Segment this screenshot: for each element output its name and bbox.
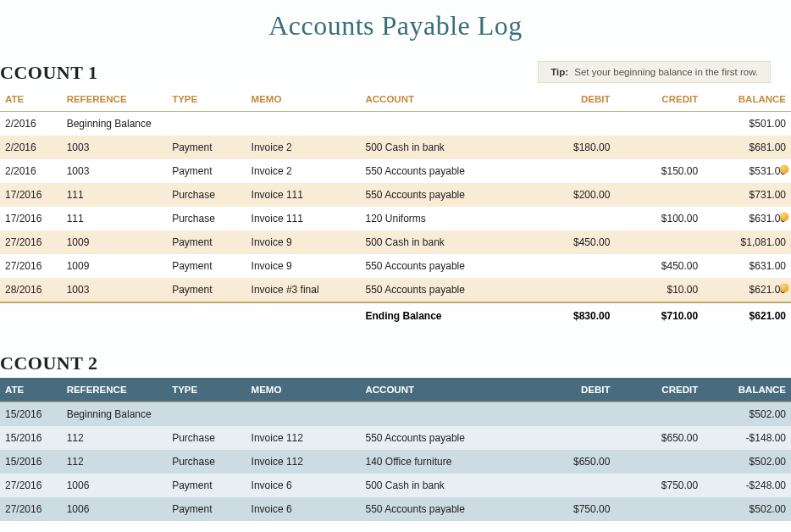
cell-balance[interactable]: $731.00: [703, 183, 791, 207]
cell-date[interactable]: 27/2016: [0, 497, 62, 521]
cell-credit[interactable]: $650.00: [615, 426, 703, 450]
cell-credit[interactable]: $450.00: [615, 254, 703, 278]
cell-memo[interactable]: Invoice #3 final: [246, 278, 361, 302]
cell-debit[interactable]: [528, 207, 616, 230]
col-credit[interactable]: CREDIT: [615, 378, 703, 402]
table-row[interactable]: 28/20161003PaymentInvoice #3 final550 Ac…: [0, 278, 791, 302]
cell-balance[interactable]: $502.00: [703, 497, 791, 521]
col-reference[interactable]: REFERENCE: [62, 87, 168, 112]
cell-type[interactable]: [167, 112, 246, 136]
cell-account[interactable]: 550 Accounts payable: [360, 183, 527, 207]
cell-credit[interactable]: [615, 497, 703, 521]
cell-date[interactable]: 27/2016: [0, 230, 62, 254]
col-reference[interactable]: REFERENCE: [62, 378, 168, 402]
cell-type[interactable]: Purchase: [167, 450, 246, 474]
cell-debit[interactable]: [528, 402, 616, 427]
cell-type[interactable]: Purchase: [167, 183, 246, 207]
cell-date[interactable]: 27/2016: [0, 474, 62, 497]
cell-reference[interactable]: 111: [62, 183, 168, 207]
cell-memo[interactable]: Invoice 2: [246, 159, 361, 183]
cell-credit[interactable]: [615, 402, 703, 427]
cell-account[interactable]: 500 Cash in bank: [360, 136, 527, 159]
table-row[interactable]: 17/2016111PurchaseInvoice 111120 Uniform…: [0, 207, 791, 230]
cell-type[interactable]: Payment: [167, 474, 246, 497]
cell-type[interactable]: Payment: [167, 254, 246, 278]
cell-reference[interactable]: 111: [62, 207, 168, 230]
cell-account[interactable]: [360, 112, 527, 136]
cell-account[interactable]: 550 Accounts payable: [360, 278, 527, 302]
cell-memo[interactable]: Invoice 112: [246, 426, 361, 450]
cell-memo[interactable]: Invoice 111: [246, 183, 361, 207]
cell-account[interactable]: 500 Cash in bank: [360, 230, 527, 254]
table-row[interactable]: 17/2016111PurchaseInvoice 111550 Account…: [0, 183, 791, 207]
cell-reference[interactable]: 112: [62, 450, 168, 474]
col-balance[interactable]: BALANCE: [703, 378, 791, 402]
cell-reference[interactable]: Beginning Balance: [62, 402, 168, 427]
cell-credit[interactable]: [615, 136, 703, 159]
cell-memo[interactable]: Invoice 112: [246, 450, 361, 474]
cell-date[interactable]: 17/2016: [0, 207, 62, 230]
cell-debit[interactable]: [528, 426, 616, 450]
col-memo[interactable]: MEMO: [246, 87, 361, 112]
cell-reference[interactable]: 1006: [62, 474, 168, 497]
cell-reference[interactable]: 112: [62, 426, 168, 450]
table-row[interactable]: 27/20161006PaymentInvoice 6500 Cash in b…: [0, 474, 791, 497]
cell-date[interactable]: 28/2016: [0, 278, 62, 302]
cell-date[interactable]: 15/2016: [0, 426, 62, 450]
cell-credit[interactable]: $10.00: [615, 278, 703, 302]
cell-account[interactable]: 120 Uniforms: [360, 207, 527, 230]
col-date[interactable]: ATE: [0, 378, 62, 402]
col-account[interactable]: ACCOUNT: [360, 378, 527, 402]
cell-date[interactable]: 2/2016: [0, 136, 62, 159]
cell-credit[interactable]: [615, 183, 703, 207]
cell-debit[interactable]: $750.00: [528, 497, 616, 521]
cell-credit[interactable]: $100.00: [615, 207, 703, 230]
cell-reference[interactable]: Beginning Balance: [62, 112, 168, 136]
cell-debit[interactable]: $650.00: [528, 450, 616, 474]
cell-type[interactable]: Payment: [167, 136, 246, 159]
cell-memo[interactable]: Invoice 6: [246, 497, 361, 521]
cell-credit[interactable]: $750.00: [615, 474, 703, 497]
col-balance[interactable]: BALANCE: [703, 87, 791, 112]
cell-debit[interactable]: $180.00: [528, 136, 616, 159]
cell-account[interactable]: 550 Accounts payable: [360, 426, 527, 450]
cell-reference[interactable]: 1003: [62, 278, 168, 302]
cell-account[interactable]: [360, 402, 527, 427]
cell-type[interactable]: Purchase: [167, 207, 246, 230]
cell-type[interactable]: Purchase: [167, 426, 246, 450]
cell-balance[interactable]: $502.00: [703, 450, 791, 474]
cell-reference[interactable]: 1009: [62, 230, 168, 254]
cell-type[interactable]: [167, 402, 246, 427]
cell-reference[interactable]: 1003: [62, 159, 168, 183]
cell-account[interactable]: 550 Accounts payable: [360, 497, 527, 521]
cell-date[interactable]: 17/2016: [0, 183, 62, 207]
col-type[interactable]: TYPE: [167, 378, 246, 402]
table-row[interactable]: 2/20161003PaymentInvoice 2500 Cash in ba…: [0, 136, 791, 159]
cell-date[interactable]: 27/2016: [0, 254, 62, 278]
cell-type[interactable]: Payment: [167, 159, 246, 183]
cell-account[interactable]: 550 Accounts payable: [360, 159, 527, 183]
cell-balance[interactable]: $1,081.00: [703, 230, 791, 254]
cell-balance[interactable]: -$248.00: [703, 474, 791, 497]
cell-reference[interactable]: 1006: [62, 497, 168, 521]
cell-type[interactable]: Payment: [167, 497, 246, 521]
table-row[interactable]: 27/20161009PaymentInvoice 9550 Accounts …: [0, 254, 791, 278]
col-credit[interactable]: CREDIT: [615, 87, 703, 112]
cell-debit[interactable]: [528, 278, 616, 302]
cell-memo[interactable]: Invoice 111: [246, 207, 361, 230]
cell-account[interactable]: 140 Office furniture: [360, 450, 527, 474]
cell-credit[interactable]: [615, 230, 703, 254]
cell-debit[interactable]: [528, 159, 616, 183]
cell-type[interactable]: Payment: [167, 230, 246, 254]
cell-account[interactable]: 550 Accounts payable: [360, 254, 527, 278]
table-row[interactable]: 15/2016112PurchaseInvoice 112550 Account…: [0, 426, 791, 450]
table-row[interactable]: 15/2016Beginning Balance$502.00: [0, 402, 791, 427]
table-row[interactable]: 2/20161003PaymentInvoice 2550 Accounts p…: [0, 159, 791, 183]
cell-reference[interactable]: 1009: [62, 254, 168, 278]
cell-reference[interactable]: 1003: [62, 136, 168, 159]
cell-date[interactable]: 2/2016: [0, 159, 62, 183]
cell-memo[interactable]: Invoice 9: [246, 254, 361, 278]
cell-debit[interactable]: $450.00: [528, 230, 616, 254]
cell-memo[interactable]: Invoice 9: [246, 230, 361, 254]
table-row[interactable]: 27/20161009PaymentInvoice 9500 Cash in b…: [0, 230, 791, 254]
